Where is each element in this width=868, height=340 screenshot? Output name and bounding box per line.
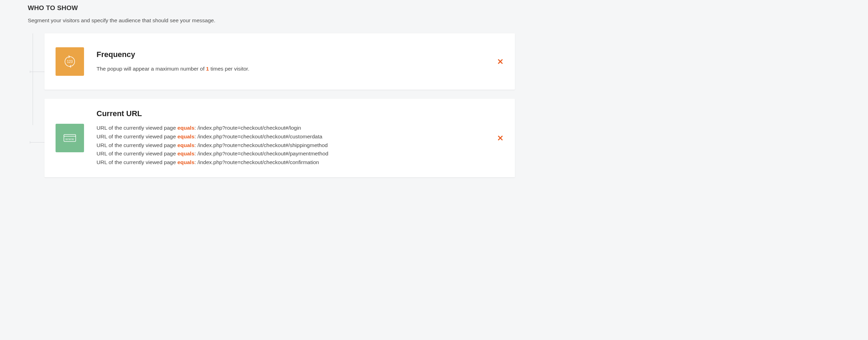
url-condition-line: URL of the currently viewed page equals:… [97, 124, 501, 132]
url-condition-line: URL of the currently viewed page equals:… [97, 158, 501, 167]
who-to-show-section: WHO TO SHOW Segment your visitors and sp… [0, 0, 543, 177]
url-line-prefix: URL of the currently viewed page [97, 159, 177, 165]
connector-tick [30, 141, 30, 144]
frequency-suffix-text: times per visitor. [209, 66, 249, 72]
frequency-card[interactable]: 123 Frequency The popup will appear a ma… [44, 33, 515, 90]
url-line-prefix: URL of the currently viewed page [97, 142, 177, 148]
url-operator: equals [177, 133, 194, 139]
url-condition-line: URL of the currently viewed page equals:… [97, 149, 501, 158]
url-line-prefix: URL of the currently viewed page [97, 133, 177, 139]
url-operator: equals [177, 151, 194, 156]
url-operator: equals [177, 125, 194, 131]
rules-wrapper: 123 Frequency The popup will appear a ma… [33, 33, 515, 177]
rule-row-frequency: 123 Frequency The popup will appear a ma… [33, 33, 515, 90]
remove-current-url-button[interactable] [496, 134, 504, 142]
url-line-prefix: URL of the currently viewed page [97, 125, 177, 131]
svg-text:WWW: WWW [65, 138, 74, 141]
url-condition-line: URL of the currently viewed page equals:… [97, 141, 501, 150]
frequency-prefix-text: The popup will appear a maximum number o… [97, 66, 206, 72]
url-operator: equals [177, 142, 194, 148]
close-icon [497, 58, 503, 65]
close-icon [497, 135, 503, 141]
url-operator: equals [177, 159, 194, 165]
current-url-card-content: Current URL URL of the currently viewed … [97, 109, 501, 167]
frequency-count: 1 [206, 66, 209, 72]
url-line-prefix: URL of the currently viewed page [97, 151, 177, 156]
url-condition-line: URL of the currently viewed page equals:… [97, 132, 501, 141]
current-url-card-title: Current URL [97, 109, 501, 118]
frequency-card-content: Frequency The popup will appear a maximu… [97, 50, 501, 73]
connector-line [30, 142, 44, 143]
frequency-icon: 123 [56, 47, 84, 76]
connector-line [30, 72, 44, 72]
url-conditions-list: URL of the currently viewed page equals:… [97, 124, 501, 167]
section-subtitle: Segment your visitors and specify the au… [28, 17, 515, 24]
remove-frequency-button[interactable] [496, 57, 504, 66]
www-icon: WWW [56, 124, 84, 152]
frequency-card-title: Frequency [97, 50, 501, 59]
connector-tick [30, 71, 30, 73]
section-title: WHO TO SHOW [28, 4, 515, 12]
url-value: /index.php?route=checkout/checkout#/cust… [198, 133, 323, 139]
current-url-card[interactable]: WWW Current URL URL of the currently vie… [44, 99, 515, 177]
rule-row-current-url: WWW Current URL URL of the currently vie… [33, 99, 515, 177]
svg-text:123: 123 [67, 60, 73, 64]
frequency-card-description: The popup will appear a maximum number o… [97, 65, 501, 73]
url-value: /index.php?route=checkout/checkout#/logi… [198, 125, 301, 131]
url-value: /index.php?route=checkout/checkout#/conf… [198, 159, 319, 165]
url-value: /index.php?route=checkout/checkout#/paym… [198, 151, 328, 156]
url-value: /index.php?route=checkout/checkout#/ship… [198, 142, 328, 148]
